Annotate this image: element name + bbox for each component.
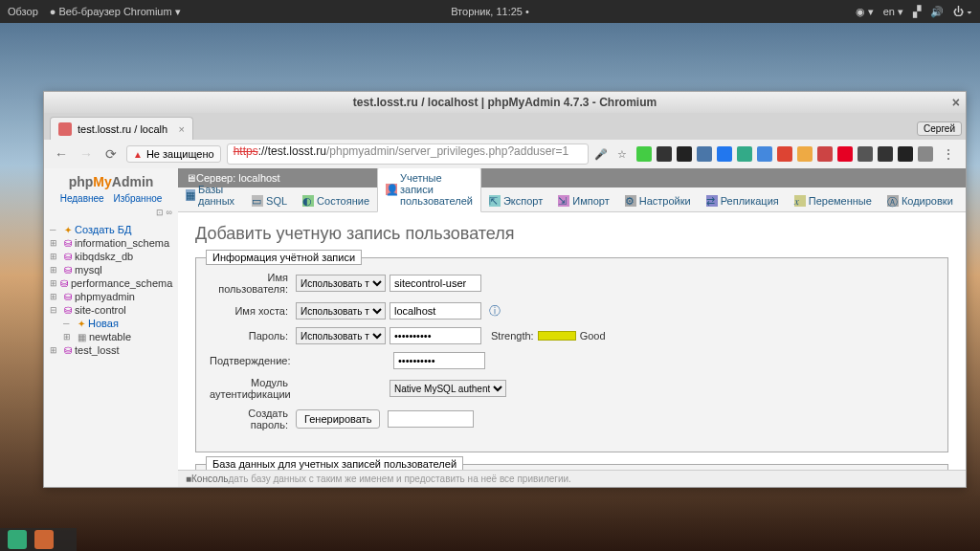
auth-plugin-select[interactable]: Native MySQL authentication	[390, 380, 506, 397]
ext-icon[interactable]	[657, 146, 672, 162]
host-input[interactable]	[390, 302, 481, 320]
reload-button[interactable]: ⟳	[101, 144, 121, 164]
ext-icon[interactable]	[837, 146, 853, 162]
table-item[interactable]: ⊞newtable	[50, 330, 172, 343]
address-bar[interactable]: https://test.losst.ru/phpmyadmin/server_…	[227, 143, 589, 165]
ext-icon[interactable]	[737, 146, 752, 162]
network-icon[interactable]: ▞	[913, 6, 921, 18]
menu-icon[interactable]: ⋮	[939, 144, 958, 164]
browser-window: test.losst.ru / localhost | phpMyAdmin 4…	[43, 91, 967, 488]
power-icon[interactable]: ⏻ ▾	[953, 6, 972, 17]
generate-button[interactable]: Генерировать	[296, 409, 380, 429]
username-input[interactable]	[390, 275, 481, 292]
username-label: Имя пользователя:	[210, 272, 296, 295]
gnome-dock	[0, 528, 77, 551]
pma-db-tree: ─Создать БД ⊞information_schema ⊞kibqdsk…	[50, 223, 172, 357]
ext-icon[interactable]	[677, 146, 692, 162]
db-item[interactable]: ⊞phpmyadmin	[50, 290, 172, 303]
browser-toolbar: ← → ⟳ ▲ Не защищено https://test.losst.r…	[44, 140, 966, 168]
pma-tree-toolbar[interactable]: ⊡ ∞	[50, 208, 172, 217]
pma-content: Добавить учетную запись пользователя Инф…	[178, 212, 966, 470]
fieldset-legend: Информация учётной записи	[206, 250, 362, 265]
db-item[interactable]: ⊞information_schema	[50, 236, 172, 250]
pma-sidebar: phpMyAdmin Недавнее Избранное ⊡ ∞ ─Созда…	[44, 168, 178, 487]
warning-icon: ▲	[133, 149, 143, 160]
ext-icon[interactable]	[878, 146, 893, 162]
extension-icons	[636, 146, 933, 162]
browser-tab[interactable]: test.losst.ru / localh ×	[50, 117, 193, 140]
ext-icon[interactable]	[717, 146, 732, 162]
security-indicator[interactable]: ▲ Не защищено	[126, 145, 221, 163]
ext-icon[interactable]	[918, 146, 933, 162]
generated-password-input[interactable]	[388, 410, 474, 428]
new-db-link[interactable]: ─Создать БД	[50, 223, 172, 236]
breadcrumb-server[interactable]: localhost	[238, 172, 279, 184]
ext-icon[interactable]	[858, 146, 873, 162]
auth-label: Модуль аутентификации	[210, 377, 296, 400]
clock[interactable]: Вторник, 11:25 •	[451, 6, 529, 17]
tab-close-icon[interactable]: ×	[179, 123, 185, 135]
help-icon[interactable]: ⓘ	[489, 303, 501, 320]
tab-charsets[interactable]: ⒶКодировки	[880, 190, 961, 211]
generate-label: Создать пароль:	[210, 408, 296, 430]
account-info-fieldset: Информация учётной записи Имя пользовате…	[195, 257, 948, 452]
ext-icon[interactable]	[757, 146, 772, 162]
ext-icon[interactable]	[817, 146, 833, 162]
tab-title: test.losst.ru / localh	[78, 123, 167, 135]
app-menu[interactable]: ● Веб-браузер Chromium ▾	[50, 6, 181, 18]
host-type-select[interactable]: Использовать текстс	[296, 302, 386, 320]
bookmark-star-icon[interactable]: ☆	[617, 148, 627, 161]
db-privileges-fieldset: База данных для учетных записей пользова…	[195, 464, 948, 470]
volume-icon[interactable]: 🔊	[930, 6, 944, 18]
db-item[interactable]: ⊞performance_schema	[50, 276, 172, 290]
confirm-input[interactable]	[393, 352, 485, 369]
ext-icon[interactable]	[797, 146, 813, 162]
favorites-link[interactable]: Избранное	[114, 193, 163, 204]
fieldset-legend: База данных для учетных записей пользова…	[206, 456, 463, 470]
tab-variables[interactable]: 𝑥Переменные	[787, 190, 880, 211]
tab-more[interactable]: ▼ Ещё	[961, 190, 966, 211]
tab-settings[interactable]: ⚙Настройки	[617, 190, 699, 211]
ext-icon[interactable]	[697, 146, 712, 162]
accessibility-icon[interactable]: ◉ ▾	[856, 6, 874, 18]
db-item[interactable]: ⊞test_losst	[50, 343, 172, 357]
password-type-select[interactable]: Использовать текстс	[296, 327, 386, 344]
browser-tabbar: test.losst.ru / localh × Сергей	[44, 113, 966, 140]
activities-button[interactable]: Обзор	[8, 6, 38, 18]
back-button[interactable]: ←	[52, 144, 71, 164]
mic-icon[interactable]: 🎤	[594, 148, 608, 161]
pma-recent-favorites: Недавнее Избранное	[50, 193, 172, 204]
ext-icon[interactable]	[898, 146, 913, 162]
tab-users[interactable]: 👤Учетные записи пользователей	[377, 168, 481, 212]
db-item[interactable]: ⊞mysql	[50, 263, 172, 276]
username-type-select[interactable]: Использовать текстс	[296, 275, 386, 292]
dock-app[interactable]	[8, 530, 27, 549]
strength-indicator: Strength: Good	[491, 330, 606, 342]
favicon-icon	[58, 122, 72, 136]
tab-replication[interactable]: ⇄Репликация	[699, 190, 787, 211]
close-icon[interactable]: ×	[952, 95, 960, 110]
password-input[interactable]	[390, 327, 481, 344]
ext-icon[interactable]	[777, 146, 792, 162]
security-text: Не защищено	[146, 148, 214, 160]
pma-console-bar[interactable]: ■ Консоль дать базу данных с таким же им…	[178, 470, 966, 487]
keyboard-layout[interactable]: en ▾	[883, 6, 903, 18]
forward-button[interactable]: →	[77, 144, 96, 164]
dock-app[interactable]	[34, 530, 54, 549]
tab-export[interactable]: ⇱Экспорт	[481, 190, 550, 211]
new-table-link[interactable]: ─Новая	[50, 317, 172, 330]
tab-sql[interactable]: ▭SQL	[244, 190, 295, 211]
db-item-expanded[interactable]: ⊟site-control	[50, 303, 172, 317]
profile-button[interactable]: Сергей	[917, 121, 962, 136]
tab-import[interactable]: ⇲Импорт	[550, 190, 616, 211]
tab-databases[interactable]: ▦Базы данных	[178, 179, 244, 211]
recent-link[interactable]: Недавнее	[60, 193, 104, 204]
pma-logo: phpMyAdmin	[50, 174, 172, 189]
page-title: Добавить учетную запись пользователя	[195, 224, 948, 244]
pma-body: phpMyAdmin Недавнее Избранное ⊡ ∞ ─Созда…	[44, 168, 966, 487]
db-item[interactable]: ⊞kibqdskz_db	[50, 250, 172, 263]
host-label: Имя хоста:	[210, 305, 296, 317]
window-title: test.losst.ru / localhost | phpMyAdmin 4…	[353, 96, 657, 109]
ext-icon[interactable]	[636, 146, 652, 162]
tab-status[interactable]: ◐Состояние	[295, 190, 377, 211]
